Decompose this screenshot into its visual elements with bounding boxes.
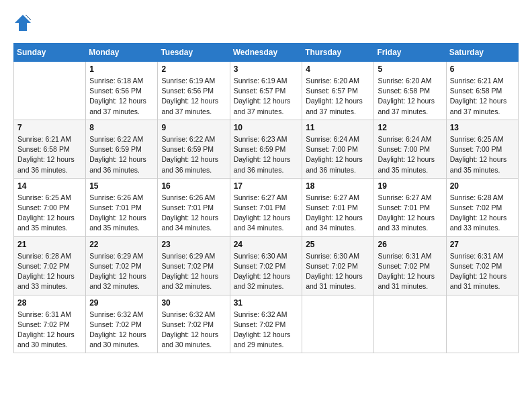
day-number: 4 xyxy=(306,64,370,74)
day-number: 27 xyxy=(450,240,515,249)
calendar-day-cell: 19Sunrise: 6:27 AMSunset: 7:01 PMDayligh… xyxy=(374,178,446,236)
svg-marker-0 xyxy=(15,15,31,31)
weekday-header-cell: Tuesday xyxy=(158,44,230,62)
day-number: 19 xyxy=(378,181,442,191)
day-number: 20 xyxy=(450,181,515,191)
day-info: Sunrise: 6:25 AMSunset: 7:00 PMDaylight:… xyxy=(17,193,82,234)
logo xyxy=(13,13,35,32)
weekday-header-cell: Saturday xyxy=(446,44,518,62)
day-number: 16 xyxy=(161,181,226,191)
calendar-day-cell: 13Sunrise: 6:25 AMSunset: 7:00 PMDayligh… xyxy=(446,120,518,178)
weekday-header-cell: Wednesday xyxy=(230,44,302,62)
day-info: Sunrise: 6:25 AMSunset: 7:00 PMDaylight:… xyxy=(450,134,515,175)
day-number: 29 xyxy=(89,298,154,308)
day-info: Sunrise: 6:23 AMSunset: 6:59 PMDaylight:… xyxy=(234,134,299,175)
day-number: 7 xyxy=(17,123,82,132)
day-number: 26 xyxy=(378,240,442,249)
calendar-day-cell: 28Sunrise: 6:31 AMSunset: 7:02 PMDayligh… xyxy=(14,295,86,353)
day-info: Sunrise: 6:28 AMSunset: 7:02 PMDaylight:… xyxy=(450,193,515,234)
day-number: 24 xyxy=(234,240,299,249)
day-number: 22 xyxy=(89,240,154,249)
calendar-day-cell: 15Sunrise: 6:26 AMSunset: 7:01 PMDayligh… xyxy=(86,178,158,236)
day-info: Sunrise: 6:22 AMSunset: 6:59 PMDaylight:… xyxy=(89,134,154,175)
calendar-day-cell: 11Sunrise: 6:24 AMSunset: 7:00 PMDayligh… xyxy=(302,120,374,178)
day-number: 14 xyxy=(17,181,82,191)
day-info: Sunrise: 6:27 AMSunset: 7:01 PMDaylight:… xyxy=(306,193,370,234)
day-number: 23 xyxy=(161,240,226,249)
day-number: 10 xyxy=(234,123,299,132)
day-info: Sunrise: 6:31 AMSunset: 7:02 PMDaylight:… xyxy=(17,310,82,351)
day-info: Sunrise: 6:18 AMSunset: 6:56 PMDaylight:… xyxy=(89,76,154,117)
day-number: 3 xyxy=(234,64,299,74)
day-number: 30 xyxy=(161,298,226,308)
calendar-week-row: 28Sunrise: 6:31 AMSunset: 7:02 PMDayligh… xyxy=(14,295,519,353)
calendar-day-cell xyxy=(446,295,518,353)
day-number: 6 xyxy=(450,64,515,74)
calendar-day-cell: 6Sunrise: 6:21 AMSunset: 6:58 PMDaylight… xyxy=(446,62,518,120)
day-info: Sunrise: 6:29 AMSunset: 7:02 PMDaylight:… xyxy=(89,251,154,292)
calendar-day-cell: 18Sunrise: 6:27 AMSunset: 7:01 PMDayligh… xyxy=(302,178,374,236)
calendar-day-cell: 8Sunrise: 6:22 AMSunset: 6:59 PMDaylight… xyxy=(86,120,158,178)
calendar-day-cell: 30Sunrise: 6:32 AMSunset: 7:02 PMDayligh… xyxy=(158,295,230,353)
calendar-week-row: 14Sunrise: 6:25 AMSunset: 7:00 PMDayligh… xyxy=(14,178,519,236)
day-info: Sunrise: 6:24 AMSunset: 7:00 PMDaylight:… xyxy=(378,134,442,175)
day-info: Sunrise: 6:30 AMSunset: 7:02 PMDaylight:… xyxy=(234,251,299,292)
day-info: Sunrise: 6:19 AMSunset: 6:57 PMDaylight:… xyxy=(234,76,299,117)
day-number: 2 xyxy=(161,64,226,74)
calendar-day-cell: 20Sunrise: 6:28 AMSunset: 7:02 PMDayligh… xyxy=(446,178,518,236)
calendar-week-row: 21Sunrise: 6:28 AMSunset: 7:02 PMDayligh… xyxy=(14,236,519,295)
calendar-day-cell: 5Sunrise: 6:20 AMSunset: 6:58 PMDaylight… xyxy=(374,62,446,120)
calendar-day-cell: 12Sunrise: 6:24 AMSunset: 7:00 PMDayligh… xyxy=(374,120,446,178)
day-info: Sunrise: 6:27 AMSunset: 7:01 PMDaylight:… xyxy=(234,193,299,234)
day-info: Sunrise: 6:19 AMSunset: 6:56 PMDaylight:… xyxy=(161,76,226,117)
day-info: Sunrise: 6:30 AMSunset: 7:02 PMDaylight:… xyxy=(306,251,370,292)
calendar-day-cell: 9Sunrise: 6:22 AMSunset: 6:59 PMDaylight… xyxy=(158,120,230,178)
calendar-day-cell: 25Sunrise: 6:30 AMSunset: 7:02 PMDayligh… xyxy=(302,236,374,295)
day-info: Sunrise: 6:20 AMSunset: 6:58 PMDaylight:… xyxy=(378,76,442,117)
day-number: 1 xyxy=(89,64,154,74)
weekday-header-cell: Sunday xyxy=(14,44,86,62)
calendar-day-cell: 17Sunrise: 6:27 AMSunset: 7:01 PMDayligh… xyxy=(230,178,302,236)
day-number: 17 xyxy=(234,181,299,191)
calendar-day-cell xyxy=(14,62,86,120)
calendar-day-cell: 7Sunrise: 6:21 AMSunset: 6:58 PMDaylight… xyxy=(14,120,86,178)
calendar-day-cell: 26Sunrise: 6:31 AMSunset: 7:02 PMDayligh… xyxy=(374,236,446,295)
day-number: 21 xyxy=(17,240,82,249)
day-number: 31 xyxy=(234,298,299,308)
day-number: 11 xyxy=(306,123,370,132)
day-info: Sunrise: 6:27 AMSunset: 7:01 PMDaylight:… xyxy=(378,193,442,234)
weekday-header-cell: Monday xyxy=(86,44,158,62)
day-info: Sunrise: 6:22 AMSunset: 6:59 PMDaylight:… xyxy=(161,134,226,175)
calendar-day-cell: 23Sunrise: 6:29 AMSunset: 7:02 PMDayligh… xyxy=(158,236,230,295)
calendar-day-cell xyxy=(374,295,446,353)
day-info: Sunrise: 6:32 AMSunset: 7:02 PMDaylight:… xyxy=(161,310,226,351)
calendar-week-row: 1Sunrise: 6:18 AMSunset: 6:56 PMDaylight… xyxy=(14,62,519,120)
calendar-day-cell: 22Sunrise: 6:29 AMSunset: 7:02 PMDayligh… xyxy=(86,236,158,295)
calendar-day-cell: 31Sunrise: 6:32 AMSunset: 7:02 PMDayligh… xyxy=(230,295,302,353)
calendar-day-cell: 2Sunrise: 6:19 AMSunset: 6:56 PMDaylight… xyxy=(158,62,230,120)
day-number: 15 xyxy=(89,181,154,191)
day-number: 5 xyxy=(378,64,442,74)
calendar-body: 1Sunrise: 6:18 AMSunset: 6:56 PMDaylight… xyxy=(14,62,519,353)
day-info: Sunrise: 6:26 AMSunset: 7:01 PMDaylight:… xyxy=(161,193,226,234)
calendar-day-cell: 1Sunrise: 6:18 AMSunset: 6:56 PMDaylight… xyxy=(86,62,158,120)
calendar-day-cell: 24Sunrise: 6:30 AMSunset: 7:02 PMDayligh… xyxy=(230,236,302,295)
day-info: Sunrise: 6:31 AMSunset: 7:02 PMDaylight:… xyxy=(450,251,515,292)
calendar-day-cell xyxy=(302,295,374,353)
day-info: Sunrise: 6:24 AMSunset: 7:00 PMDaylight:… xyxy=(306,134,370,175)
day-info: Sunrise: 6:32 AMSunset: 7:02 PMDaylight:… xyxy=(89,310,154,351)
day-number: 18 xyxy=(306,181,370,191)
day-number: 8 xyxy=(89,123,154,132)
calendar-day-cell: 10Sunrise: 6:23 AMSunset: 6:59 PMDayligh… xyxy=(230,120,302,178)
calendar-day-cell: 4Sunrise: 6:20 AMSunset: 6:57 PMDaylight… xyxy=(302,62,374,120)
logo-icon xyxy=(13,13,32,32)
day-number: 25 xyxy=(306,240,370,249)
day-info: Sunrise: 6:28 AMSunset: 7:02 PMDaylight:… xyxy=(17,251,82,292)
calendar-day-cell: 29Sunrise: 6:32 AMSunset: 7:02 PMDayligh… xyxy=(86,295,158,353)
day-info: Sunrise: 6:21 AMSunset: 6:58 PMDaylight:… xyxy=(450,76,515,117)
weekday-header-cell: Friday xyxy=(374,44,446,62)
calendar-week-row: 7Sunrise: 6:21 AMSunset: 6:58 PMDaylight… xyxy=(14,120,519,178)
day-info: Sunrise: 6:20 AMSunset: 6:57 PMDaylight:… xyxy=(306,76,370,117)
day-number: 13 xyxy=(450,123,515,132)
calendar-day-cell: 3Sunrise: 6:19 AMSunset: 6:57 PMDaylight… xyxy=(230,62,302,120)
